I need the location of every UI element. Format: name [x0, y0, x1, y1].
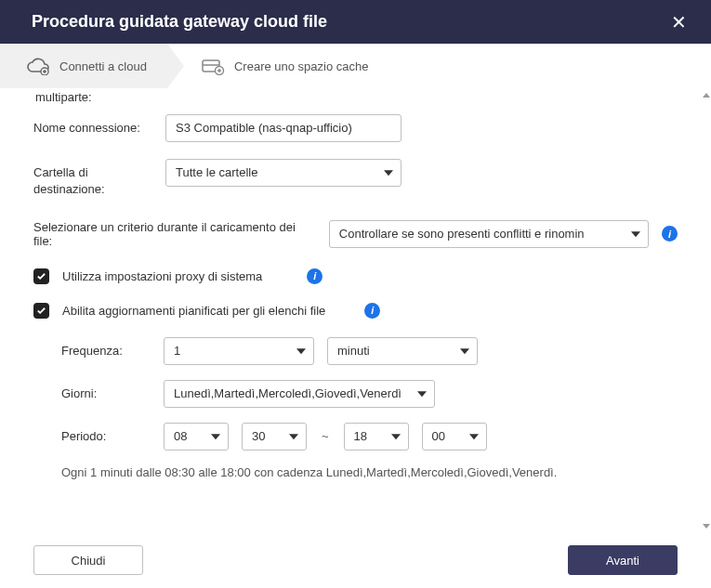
- scheduled-label: Abilita aggiornamenti pianificati per gl…: [62, 304, 325, 318]
- chevron-down-icon: [417, 391, 427, 397]
- period-separator: ~: [322, 429, 329, 443]
- truncated-prev-label: multiparte:: [33, 88, 678, 107]
- upload-policy-value: Controllare se sono presenti conflitti e…: [339, 227, 585, 241]
- wizard-steps: Connetti a cloud Creare uno spazio cache: [0, 44, 711, 88]
- days-label: Giorni:: [61, 386, 151, 400]
- row-frequency: Frequenza: 1 minuti: [61, 337, 678, 365]
- row-proxy: Utilizza impostazioni proxy di sistema i: [33, 268, 678, 284]
- chevron-down-icon: [460, 348, 469, 354]
- title-bar: Procedura guidata gateway cloud file ✕: [0, 0, 711, 44]
- step-create-cache[interactable]: Creare uno spazio cache: [167, 44, 389, 88]
- chevron-down-icon: [631, 231, 640, 237]
- step-connect-cloud[interactable]: Connetti a cloud: [0, 44, 167, 88]
- days-select[interactable]: Lunedì,Martedì,Mercoledì,Giovedì,Venerdì: [164, 380, 435, 408]
- dest-folder-select[interactable]: Tutte le cartelle: [165, 159, 402, 187]
- dialog-title: Procedura guidata gateway cloud file: [32, 12, 327, 32]
- row-period: Periodo: 08 30 ~ 18 00: [61, 423, 678, 451]
- chevron-down-icon: [211, 434, 220, 439]
- row-scheduled: Abilita aggiornamenti pianificati per gl…: [33, 303, 678, 319]
- period-from-min: 30: [252, 429, 265, 443]
- scroll-down-icon: [703, 524, 710, 529]
- next-button[interactable]: Avanti: [568, 545, 678, 575]
- close-button[interactable]: Chiudi: [33, 545, 143, 575]
- period-to-min-select[interactable]: 00: [422, 423, 487, 451]
- proxy-checkbox[interactable]: [33, 268, 49, 284]
- scheduled-checkbox[interactable]: [33, 303, 49, 319]
- row-connection-name: Nome connessione:: [33, 114, 678, 142]
- chevron-down-icon: [391, 434, 401, 439]
- scroll-up-icon: [703, 93, 710, 98]
- schedule-summary: Ogni 1 minuti dalle 08:30 alle 18:00 con…: [61, 465, 678, 479]
- period-to-hour: 18: [354, 429, 367, 443]
- chevron-down-icon: [384, 170, 393, 176]
- period-to-min: 00: [432, 429, 445, 443]
- info-icon[interactable]: i: [364, 303, 380, 319]
- chevron-down-icon: [469, 434, 479, 439]
- period-from-hour-select[interactable]: 08: [164, 423, 229, 451]
- frequency-value-select[interactable]: 1: [164, 337, 314, 365]
- frequency-unit-select[interactable]: minuti: [327, 337, 478, 365]
- period-to-hour-select[interactable]: 18: [344, 423, 409, 451]
- period-from-hour: 08: [174, 429, 187, 443]
- proxy-label: Utilizza impostazioni proxy di sistema: [62, 269, 262, 283]
- frequency-value: 1: [174, 344, 180, 358]
- schedule-block: Frequenza: 1 minuti Giorni: Lunedì,Marte…: [61, 337, 678, 451]
- frequency-unit: minuti: [337, 344, 370, 358]
- chevron-down-icon: [296, 348, 306, 354]
- chevron-down-icon: [289, 434, 298, 439]
- close-icon[interactable]: ✕: [664, 7, 694, 37]
- info-icon[interactable]: i: [307, 268, 323, 284]
- dest-folder-label: Cartella di destinazione:: [33, 159, 154, 198]
- days-value: Lunedì,Martedì,Mercoledì,Giovedì,Venerdì: [174, 386, 402, 400]
- dialog-footer: Chiudi Avanti: [0, 532, 711, 588]
- cloud-icon: [26, 57, 50, 75]
- frequency-label: Frequenza:: [61, 344, 151, 358]
- period-label: Periodo:: [61, 429, 151, 443]
- step-label: Connetti a cloud: [59, 59, 147, 73]
- step-label: Creare uno spazio cache: [234, 59, 369, 73]
- dialog-content: multiparte: Nome connessione: Cartella d…: [0, 88, 711, 532]
- info-icon[interactable]: i: [662, 226, 678, 242]
- connection-name-input[interactable]: [165, 114, 402, 142]
- scrollbar[interactable]: [704, 93, 709, 529]
- period-from-min-select[interactable]: 30: [242, 423, 307, 451]
- dest-folder-value: Tutte le cartelle: [176, 165, 257, 179]
- connection-name-label: Nome connessione:: [33, 114, 154, 137]
- row-upload-policy: Selezionare un criterio durante il caric…: [33, 220, 678, 248]
- cache-icon: [201, 57, 225, 75]
- upload-policy-select[interactable]: Controllare se sono presenti conflitti e…: [329, 220, 649, 248]
- row-dest-folder: Cartella di destinazione: Tutte le carte…: [33, 159, 678, 198]
- row-days: Giorni: Lunedì,Martedì,Mercoledì,Giovedì…: [61, 380, 678, 408]
- upload-policy-label: Selezionare un criterio durante il caric…: [33, 220, 316, 248]
